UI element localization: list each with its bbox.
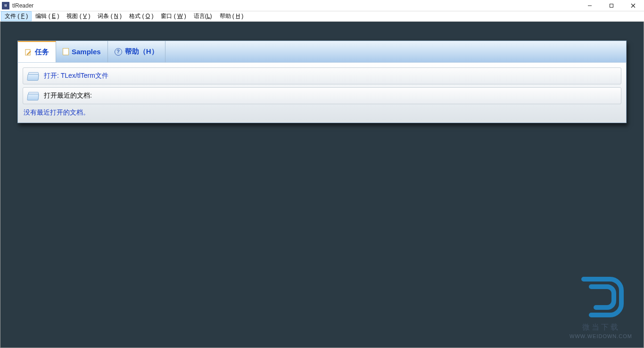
menu-format[interactable]: 格式 ( O ): [125, 11, 157, 21]
maximize-button[interactable]: [601, 0, 622, 11]
open-file-row[interactable]: 打开: TLex/tlTerm文件: [23, 67, 621, 84]
close-button[interactable]: [622, 0, 644, 11]
minimize-button[interactable]: [579, 0, 601, 11]
title-bar: tl tlReader: [0, 0, 644, 11]
tab-samples[interactable]: Samples: [56, 41, 108, 62]
menu-bar: 文件 ( F ) 编辑 ( E ) 视图 ( V ) 词条 ( N ) 格式 (…: [0, 11, 644, 22]
recent-docs-label: 打开最近的文档:: [44, 91, 92, 100]
document-icon: [63, 48, 69, 55]
menu-help[interactable]: 帮助 ( H ): [216, 11, 248, 21]
edit-icon: [25, 49, 32, 56]
tab-strip: 任务 Samples ? 帮助（H）: [17, 41, 627, 62]
watermark-logo-icon: [575, 273, 627, 321]
tab-label: Samples: [72, 48, 101, 56]
watermark-text-2: WWW.WEIDOWN.COM: [570, 333, 632, 339]
svg-rect-1: [610, 4, 613, 8]
open-file-label: 打开: TLex/tlTerm文件: [44, 72, 108, 80]
window-controls: [579, 0, 644, 11]
folder-open-icon: [27, 90, 40, 101]
window-title: tlReader: [12, 2, 33, 9]
recent-docs-row[interactable]: 打开最近的文档:: [23, 87, 621, 104]
client-area: 任务 Samples ? 帮助（H） 打开: TLex/tlTerm文件: [0, 22, 644, 348]
tab-label: 任务: [35, 48, 49, 57]
tab-help[interactable]: ? 帮助（H）: [108, 41, 165, 62]
tab-label: 帮助（H）: [125, 47, 158, 56]
menu-view[interactable]: 视图 ( V ): [63, 11, 94, 21]
app-icon: tl: [2, 2, 9, 9]
recent-docs-empty: 没有最近打开的文档。: [23, 107, 621, 118]
help-icon: ?: [115, 48, 122, 56]
menu-edit[interactable]: 编辑 ( E ): [32, 11, 63, 21]
tab-tasks[interactable]: 任务: [18, 41, 56, 62]
menu-entry[interactable]: 词条 ( N ): [94, 11, 125, 21]
menu-window[interactable]: 窗口 ( W ): [157, 11, 190, 21]
watermark: 微当下载 WWW.WEIDOWN.COM: [570, 273, 632, 339]
watermark-text-1: 微当下载: [570, 323, 632, 332]
menu-file[interactable]: 文件 ( F ): [1, 11, 32, 21]
start-panel: 任务 Samples ? 帮助（H） 打开: TLex/tlTerm文件: [17, 41, 627, 123]
panel-body: 打开: TLex/tlTerm文件 打开最近的文档: 没有最近打开的文档。: [17, 62, 627, 123]
folder-open-icon: [27, 70, 40, 82]
menu-language[interactable]: 语言(L): [190, 11, 216, 21]
